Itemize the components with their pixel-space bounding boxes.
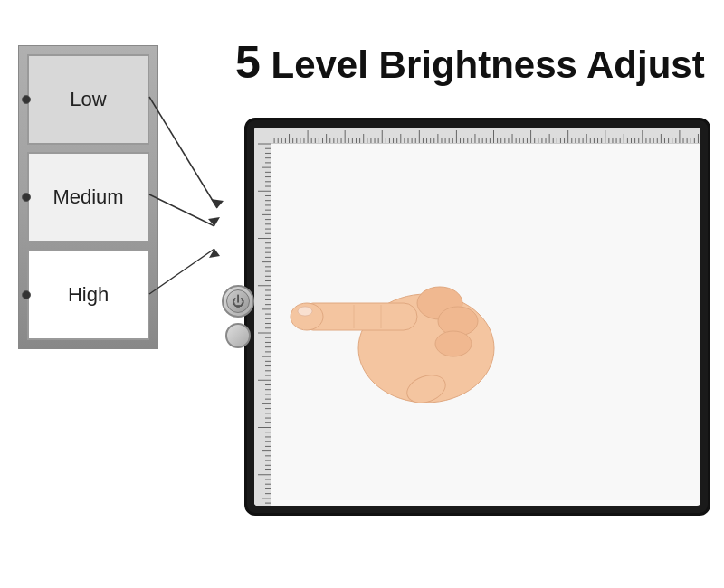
svg-line-4: [149, 249, 214, 294]
page-title: 5 Level Brightness Adjust: [235, 36, 706, 89]
brightness-card-medium[interactable]: Medium: [27, 152, 149, 242]
lightpad-device: ⏻: [244, 118, 710, 516]
power-button-area: ⏻: [222, 285, 254, 348]
title-text: Level Brightness Adjust: [261, 43, 705, 86]
lightpad-screen: [254, 128, 700, 506]
svg-rect-127: [254, 128, 271, 506]
brightness-card-low[interactable]: Low: [27, 54, 149, 145]
brightness-label-high: High: [68, 283, 109, 307]
power-button-outer[interactable]: ⏻: [222, 285, 254, 318]
brightness-panel: Low Medium High: [18, 45, 158, 349]
main-container: 5 Level Brightness Adjust Low Medium Hig…: [0, 0, 724, 588]
svg-point-211: [298, 307, 312, 316]
brightness-card-high[interactable]: High: [27, 250, 149, 340]
hand-svg: [281, 231, 517, 430]
title-number: 5: [235, 37, 261, 88]
svg-marker-5: [209, 249, 220, 258]
hand-container: [272, 146, 682, 488]
svg-line-2: [149, 194, 214, 226]
ruler-left: [254, 128, 271, 506]
ruler-top: [254, 128, 700, 144]
brightness-label-medium: Medium: [52, 185, 123, 209]
ruler-left-svg: [254, 128, 271, 506]
ruler-top-svg: [254, 128, 700, 143]
svg-marker-1: [211, 199, 224, 208]
dot-low: [22, 95, 31, 104]
brightness-label-low: Low: [70, 88, 106, 111]
power-icon: ⏻: [232, 295, 244, 308]
dot-medium: [22, 193, 31, 202]
power-button-small[interactable]: [225, 323, 251, 348]
dot-high: [22, 290, 31, 299]
svg-marker-3: [208, 217, 220, 226]
svg-line-0: [149, 97, 217, 208]
svg-point-214: [435, 331, 472, 356]
power-button-inner[interactable]: ⏻: [226, 289, 250, 313]
svg-rect-6: [254, 128, 700, 143]
